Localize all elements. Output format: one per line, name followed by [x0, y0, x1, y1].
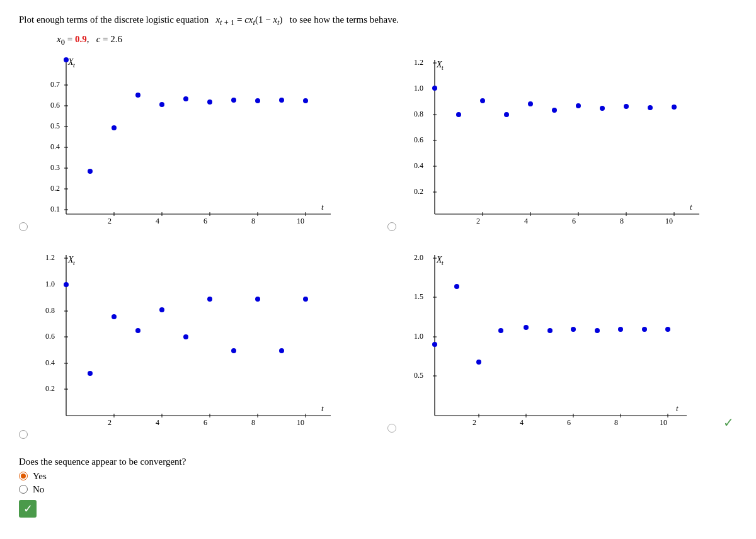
svg-text:t: t [676, 404, 679, 413]
point-g1-t7 [231, 98, 236, 103]
point-g3-t1 [88, 371, 93, 376]
point-g3-t7 [231, 348, 236, 353]
svg-text:0.6: 0.6 [50, 101, 60, 110]
graph3-radio[interactable] [19, 430, 28, 439]
yes-radio[interactable] [19, 472, 28, 480]
svg-text:t: t [442, 259, 444, 266]
svg-text:2: 2 [108, 217, 112, 225]
point-g1-t5 [183, 96, 188, 101]
graph4-check-container: ✓ [719, 414, 737, 431]
graph-wrapper-2: X t 1.2 1.0 0.8 0.6 0.4 0.2 2 4 [387, 54, 737, 236]
point-g3-t8 [255, 297, 260, 302]
answer-yes[interactable]: Yes [19, 471, 737, 482]
svg-text:0.4: 0.4 [45, 358, 55, 367]
svg-text:1.0: 1.0 [414, 84, 423, 93]
point-g2-t5 [552, 108, 557, 113]
graph1-area: X t 0.1 0.2 0.3 0.4 0.5 0.6 0.7 2 [32, 54, 369, 236]
svg-text:0.5: 0.5 [50, 122, 60, 130]
graph3-area: X t 1.2 1.0 0.8 0.6 0.4 0.2 2 4 [32, 249, 369, 444]
point-g1-t1 [88, 169, 93, 174]
svg-text:0.2: 0.2 [50, 184, 60, 193]
svg-text:t: t [73, 62, 75, 69]
graph1-svg: X t 0.1 0.2 0.3 0.4 0.5 0.6 0.7 2 [32, 54, 334, 236]
svg-text:0.3: 0.3 [50, 163, 60, 172]
svg-text:10: 10 [297, 217, 304, 225]
graph4-checkmark: ✓ [723, 415, 734, 430]
graph-wrapper-3: X t 1.2 1.0 0.8 0.6 0.4 0.2 2 4 [19, 249, 369, 444]
no-label: No [33, 484, 44, 495]
svg-text:8: 8 [620, 217, 624, 225]
graph1-radio[interactable] [19, 222, 28, 231]
point-g3-t5 [183, 334, 188, 339]
point-g3-t2 [112, 314, 117, 319]
svg-text:0.2: 0.2 [45, 384, 55, 393]
point-g3-t6 [207, 297, 212, 302]
point-g4-t3 [498, 328, 503, 333]
graph4-area: X t 2.0 1.5 1.0 0.5 2 4 6 8 [400, 249, 717, 444]
point-g1-t2 [112, 125, 117, 130]
svg-text:0.4: 0.4 [414, 161, 423, 170]
point-g4-t9 [642, 327, 647, 332]
svg-text:t: t [442, 64, 444, 71]
svg-text:2: 2 [476, 217, 480, 225]
graph-wrapper-1: X t 0.1 0.2 0.3 0.4 0.5 0.6 0.7 2 [19, 54, 369, 236]
point-g2-t3 [504, 112, 509, 117]
point-g2-t10 [672, 105, 677, 110]
point-g1-t3 [135, 93, 140, 98]
point-g3-t0 [64, 282, 69, 287]
graph2-radio[interactable] [387, 222, 396, 231]
graph-wrapper-4: X t 2.0 1.5 1.0 0.5 2 4 6 8 [387, 249, 737, 444]
submit-button[interactable]: ✓ [19, 500, 37, 518]
svg-text:0.8: 0.8 [414, 110, 423, 118]
point-g3-t10 [303, 297, 308, 302]
point-g4-t6 [571, 327, 576, 332]
svg-text:8: 8 [251, 217, 255, 225]
problem-statement: Plot enough terms of the discrete logist… [19, 13, 737, 29]
svg-text:4: 4 [524, 217, 528, 225]
svg-text:1.0: 1.0 [414, 332, 423, 341]
point-g2-t0 [432, 86, 437, 91]
point-g4-t0 [432, 342, 437, 347]
svg-text:10: 10 [297, 418, 304, 427]
yes-label: Yes [33, 471, 47, 482]
svg-text:8: 8 [614, 418, 618, 427]
svg-text:0.8: 0.8 [45, 306, 55, 315]
svg-text:0.4: 0.4 [50, 142, 60, 151]
svg-text:2.0: 2.0 [414, 253, 423, 262]
answer-no[interactable]: No [19, 484, 737, 495]
svg-text:10: 10 [665, 217, 673, 225]
graphs-grid: X t 0.1 0.2 0.3 0.4 0.5 0.6 0.7 2 [19, 54, 737, 444]
graph2-area: X t 1.2 1.0 0.8 0.6 0.4 0.2 2 4 [400, 54, 737, 236]
point-g4-t10 [665, 327, 670, 332]
point-g3-t3 [135, 328, 140, 333]
point-g4-t8 [618, 327, 623, 332]
graph2-svg: X t 1.2 1.0 0.8 0.6 0.4 0.2 2 4 [400, 54, 702, 236]
point-g2-t2 [480, 98, 485, 103]
point-g2-t6 [576, 103, 581, 108]
svg-text:t: t [690, 202, 692, 212]
svg-text:1.0: 1.0 [45, 280, 55, 288]
answer-options: Yes No [19, 471, 737, 495]
point-g2-t1 [456, 112, 461, 117]
no-radio[interactable] [19, 485, 28, 494]
graph4-radio[interactable] [387, 424, 396, 433]
svg-text:0.7: 0.7 [50, 80, 60, 89]
point-g1-t10 [303, 98, 308, 103]
svg-text:1.2: 1.2 [45, 253, 55, 262]
params-display: x0 = 0.9, c = 2.6 [57, 34, 737, 47]
svg-text:0.5: 0.5 [414, 371, 423, 380]
point-g4-t4 [524, 325, 529, 330]
svg-text:10: 10 [660, 418, 667, 427]
point-g4-t1 [454, 284, 459, 289]
svg-text:4: 4 [156, 217, 159, 225]
graph4-svg: X t 2.0 1.5 1.0 0.5 2 4 6 8 [400, 249, 690, 444]
submit-icon: ✓ [23, 502, 33, 516]
svg-text:4: 4 [156, 418, 159, 427]
point-g2-t7 [600, 106, 605, 111]
point-g2-t4 [528, 101, 533, 106]
graph3-svg: X t 1.2 1.0 0.8 0.6 0.4 0.2 2 4 [32, 249, 334, 444]
svg-text:6: 6 [572, 217, 576, 225]
point-g2-t8 [624, 104, 629, 109]
question-section: Does the sequence appear to be convergen… [19, 457, 737, 518]
svg-text:t: t [321, 404, 324, 413]
